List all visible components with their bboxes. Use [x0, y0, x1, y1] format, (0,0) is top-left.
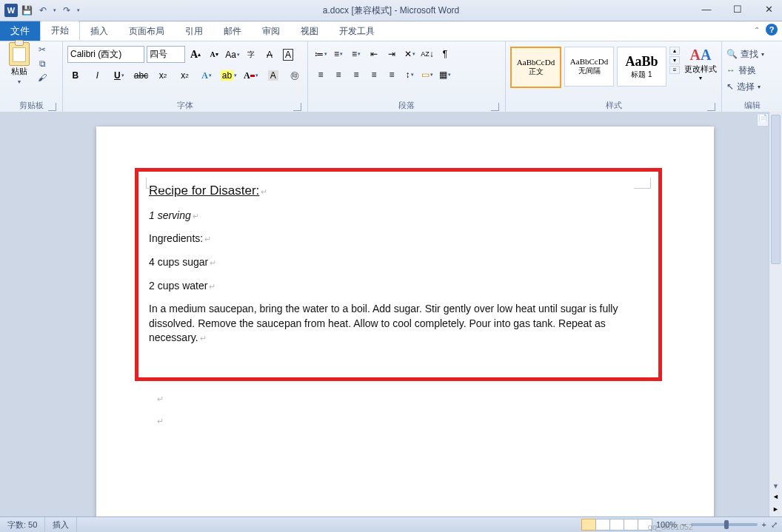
maximize-button[interactable]: ☐	[727, 1, 748, 16]
zoom-slider-knob[interactable]	[724, 520, 729, 529]
replace-button[interactable]: ↔替换	[726, 62, 778, 78]
borders-button[interactable]: ▦	[437, 67, 453, 83]
multilevel-button[interactable]: ≡	[348, 46, 364, 62]
qat-customize-icon[interactable]: ▾	[77, 7, 80, 13]
side-tools: 📄	[757, 113, 769, 128]
collapse-ribbon-icon[interactable]: ⌃	[754, 26, 760, 34]
styles-gallery[interactable]: AaBbCcDd 正文 AaBbCcDd 无间隔 AaBb 标题 1 ▴ ▾ ≡	[510, 47, 680, 88]
align-center-button[interactable]: ≡	[330, 67, 347, 83]
tab-home[interactable]: 开始	[40, 21, 80, 41]
underline-button[interactable]: U	[111, 67, 127, 84]
close-button[interactable]: ✕	[758, 1, 779, 16]
minimize-button[interactable]: —	[696, 1, 717, 16]
document-body[interactable]: Recipe for Disaster: 1 serving Ingredien…	[149, 182, 649, 346]
view-printlayout-button[interactable]	[581, 519, 596, 531]
zoom-slider[interactable]	[691, 523, 758, 526]
insert-mode[interactable]: 插入	[45, 519, 76, 531]
tab-mailings[interactable]: 邮件	[213, 22, 252, 41]
change-styles-button[interactable]: AA 更改样式 ▾	[684, 47, 717, 81]
bullets-button[interactable]: ≔	[313, 46, 329, 62]
redo-icon[interactable]: ↷	[61, 4, 73, 16]
styles-dialog-icon[interactable]	[707, 103, 715, 111]
vertical-scrollbar[interactable]: ▲ ▼ ◄ ►	[769, 112, 782, 517]
doc-ing2: 2 cups water	[149, 280, 207, 292]
copy-button[interactable]: ⧉	[36, 58, 48, 70]
find-button[interactable]: 🔍查找▾	[726, 46, 778, 62]
shading-button[interactable]: ▭	[419, 67, 435, 83]
shrink-font-button[interactable]: A▾	[206, 47, 222, 63]
grow-font-button[interactable]: A▴	[187, 47, 204, 63]
styles-gallery-scroll[interactable]: ▴ ▾ ≡	[669, 47, 680, 74]
style-item-heading1[interactable]: AaBb 标题 1	[617, 47, 666, 87]
font-group-label: 字体	[177, 101, 193, 110]
text-effects-button[interactable]: A	[198, 67, 215, 84]
char-shading-button[interactable]: A	[265, 67, 281, 84]
document-page[interactable]: Recipe for Disaster: 1 serving Ingredien…	[96, 127, 714, 517]
highlighted-region: Recipe for Disaster: 1 serving Ingredien…	[135, 168, 662, 381]
zoom-in-button[interactable]: +	[762, 520, 766, 529]
highlight-button[interactable]: ab	[221, 67, 237, 84]
line-spacing-button[interactable]: ↕	[401, 67, 418, 83]
scroll-down-icon[interactable]: ▼	[769, 480, 782, 492]
tab-developer[interactable]: 开发工具	[329, 22, 385, 41]
tab-insert[interactable]: 插入	[80, 22, 118, 41]
paragraph-dialog-icon[interactable]	[491, 103, 499, 111]
font-size-combo[interactable]	[147, 46, 185, 63]
view-outline-button[interactable]	[624, 519, 638, 531]
paste-dropdown-icon[interactable]: ▾	[18, 78, 21, 85]
font-color-button[interactable]: A	[243, 67, 259, 84]
scroll-thumb[interactable]	[771, 115, 781, 264]
tab-references[interactable]: 引用	[175, 22, 213, 41]
help-icon[interactable]: ?	[766, 24, 778, 36]
strike-button[interactable]: abc	[133, 67, 150, 84]
clipboard-dialog-icon[interactable]	[48, 103, 56, 111]
cut-button[interactable]: ✂	[36, 44, 48, 55]
save-icon[interactable]: 💾	[21, 4, 33, 16]
undo-dropdown-icon[interactable]: ▾	[53, 7, 56, 13]
paste-button[interactable]: 粘贴 ▾	[4, 44, 34, 100]
tab-pagelayout[interactable]: 页面布局	[118, 22, 175, 41]
char-border-button[interactable]: A	[280, 47, 296, 63]
margin-mark-top-left	[146, 178, 163, 189]
view-fullscreen-button[interactable]	[595, 519, 610, 531]
clear-format-button[interactable]: A	[261, 47, 278, 63]
tab-view[interactable]: 视图	[290, 22, 329, 41]
word-count[interactable]: 字数: 50	[0, 519, 44, 531]
change-case-button[interactable]: Aa	[224, 47, 241, 63]
view-web-button[interactable]	[609, 519, 624, 531]
tab-review[interactable]: 审阅	[252, 22, 290, 41]
align-left-button[interactable]: ≡	[313, 67, 329, 83]
view-draft-button[interactable]	[638, 519, 652, 531]
align-right-button[interactable]: ≡	[348, 67, 364, 83]
file-tab[interactable]: 文件	[0, 21, 40, 41]
phonetic-guide-button[interactable]: 字	[243, 47, 259, 63]
align-justify-button[interactable]: ≡	[366, 67, 382, 83]
numbering-button[interactable]: ≡	[330, 46, 347, 62]
ruler-toggle-icon[interactable]: 📄	[757, 113, 769, 127]
bold-button[interactable]: B	[67, 67, 84, 84]
show-marks-button[interactable]: ¶	[437, 46, 453, 62]
prev-page-icon[interactable]: ◄	[769, 493, 782, 505]
superscript-button[interactable]: x2	[177, 67, 193, 84]
next-page-icon[interactable]: ►	[769, 505, 782, 517]
sort-button[interactable]: AZ↓	[419, 46, 435, 62]
zoom-out-button[interactable]: −	[681, 520, 686, 529]
undo-icon[interactable]: ↶	[37, 4, 49, 16]
subscript-button[interactable]: x2	[155, 67, 171, 84]
italic-button[interactable]: I	[90, 67, 106, 84]
decrease-indent-button[interactable]: ⇤	[366, 46, 382, 62]
margin-mark-top-right	[634, 178, 651, 189]
title-bar: W 💾 ↶ ▾ ↷ ▾ a.docx [兼容模式] - Microsoft Wo…	[0, 0, 782, 21]
font-dialog-icon[interactable]	[293, 103, 301, 111]
style-item-normal[interactable]: AaBbCcDd 正文	[510, 47, 561, 88]
text-direction-button[interactable]: ✕	[401, 46, 418, 62]
zoom-level[interactable]: 100%	[656, 520, 677, 529]
align-distribute-button[interactable]: ≡	[384, 67, 400, 83]
enclose-char-button[interactable]: ㊞	[287, 67, 304, 84]
style-item-nospacing[interactable]: AaBbCcDd 无间隔	[564, 47, 614, 87]
fit-window-icon[interactable]: ⤢	[771, 520, 778, 530]
font-name-combo[interactable]	[67, 46, 144, 63]
format-painter-button[interactable]: 🖌	[36, 72, 48, 84]
select-button[interactable]: ↖选择▾	[726, 78, 778, 95]
increase-indent-button[interactable]: ⇥	[384, 46, 400, 62]
